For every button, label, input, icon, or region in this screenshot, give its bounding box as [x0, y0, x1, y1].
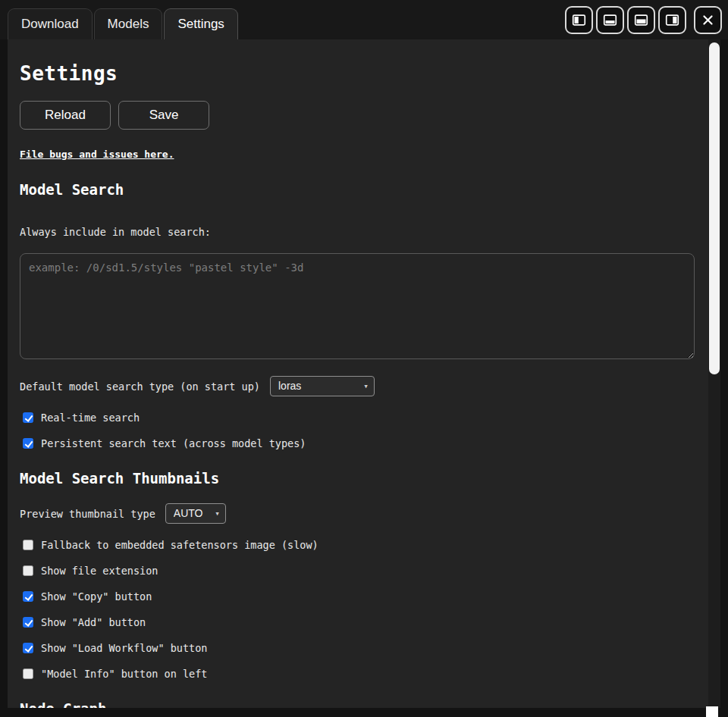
- dock-bottom-expand-icon: [633, 12, 649, 28]
- show-load-workflow-row[interactable]: Show "Load Workflow" button: [20, 642, 207, 654]
- preview-thumbnail-row: Preview thumbnail type AUTO ▾: [20, 503, 695, 524]
- show-copy-button-checkbox[interactable]: [23, 591, 33, 602]
- dock-right-button[interactable]: [658, 6, 686, 34]
- dock-bottom-expand-button[interactable]: [627, 6, 655, 34]
- realtime-search-checkbox[interactable]: [23, 412, 33, 423]
- preview-thumbnail-type-select[interactable]: AUTO: [165, 503, 226, 524]
- vertical-scrollbar[interactable]: [708, 39, 720, 708]
- settings-panel-inner: Settings Reload Save File bugs and issue…: [8, 62, 720, 708]
- preview-thumbnail-select-wrap: AUTO ▾: [165, 503, 226, 524]
- settings-panel: Settings Reload Save File bugs and issue…: [8, 39, 720, 708]
- show-file-extension-checkbox[interactable]: [23, 565, 33, 576]
- show-add-button-checkbox[interactable]: [23, 617, 33, 628]
- dock-left-button[interactable]: [565, 6, 593, 34]
- persistent-search-checkbox[interactable]: [23, 438, 33, 449]
- model-info-left-label: "Model Info" button on left: [41, 668, 207, 680]
- show-add-button-row[interactable]: Show "Add" button: [20, 616, 146, 628]
- scrollbar-corner: [706, 706, 718, 717]
- tab-strip: Download Models Settings: [8, 8, 565, 39]
- show-copy-button-label: Show "Copy" button: [41, 590, 152, 603]
- model-info-left-checkbox[interactable]: [23, 668, 33, 679]
- realtime-search-row[interactable]: Real-time search: [20, 412, 140, 424]
- model-search-heading: Model Search: [20, 181, 695, 198]
- show-copy-button-row[interactable]: Show "Copy" button: [20, 590, 152, 603]
- file-bugs-link[interactable]: File bugs and issues here.: [20, 149, 174, 160]
- fallback-safetensors-row[interactable]: Fallback to embedded safetensors image (…: [20, 539, 318, 551]
- persistent-search-label: Persistent search text (across model typ…: [41, 437, 306, 449]
- default-search-type-select-wrap: loras ▾: [270, 376, 375, 396]
- always-include-label: Always include in model search:: [20, 226, 695, 238]
- default-search-type-select[interactable]: loras: [270, 376, 375, 396]
- fallback-safetensors-checkbox[interactable]: [23, 540, 33, 550]
- window-controls: [565, 6, 722, 39]
- reload-button[interactable]: Reload: [20, 101, 111, 130]
- show-file-extension-row[interactable]: Show file extension: [20, 565, 158, 577]
- tab-settings[interactable]: Settings: [164, 8, 237, 39]
- tab-models[interactable]: Models: [94, 8, 163, 39]
- vertical-scrollbar-thumb[interactable]: [709, 42, 720, 374]
- model-info-left-row[interactable]: "Model Info" button on left: [20, 668, 207, 680]
- realtime-search-label: Real-time search: [41, 412, 140, 424]
- close-icon: [700, 12, 716, 28]
- tab-download[interactable]: Download: [8, 8, 93, 39]
- save-button[interactable]: Save: [118, 101, 209, 130]
- show-load-workflow-checkbox[interactable]: [23, 643, 33, 653]
- preview-thumbnail-label: Preview thumbnail type: [20, 508, 155, 520]
- settings-actions: Reload Save: [20, 101, 695, 130]
- dock-bottom-button[interactable]: [596, 6, 624, 34]
- default-search-type-label: Default model search type (on start up): [20, 380, 260, 393]
- show-load-workflow-label: Show "Load Workflow" button: [41, 642, 207, 654]
- close-button[interactable]: [694, 6, 722, 34]
- dock-left-icon: [571, 12, 587, 28]
- thumbnails-heading: Model Search Thumbnails: [20, 470, 695, 487]
- fallback-safetensors-label: Fallback to embedded safetensors image (…: [41, 539, 318, 551]
- dock-bottom-icon: [602, 12, 618, 28]
- node-graph-heading: Node Graph: [20, 700, 695, 708]
- always-include-textarea[interactable]: [20, 253, 695, 359]
- page-title: Settings: [20, 62, 695, 85]
- dock-right-icon: [664, 12, 680, 28]
- tab-bar: Download Models Settings: [0, 0, 728, 39]
- show-add-button-label: Show "Add" button: [41, 616, 146, 628]
- default-search-type-row: Default model search type (on start up) …: [20, 376, 695, 396]
- persistent-search-row[interactable]: Persistent search text (across model typ…: [20, 437, 306, 449]
- show-file-extension-label: Show file extension: [41, 565, 158, 577]
